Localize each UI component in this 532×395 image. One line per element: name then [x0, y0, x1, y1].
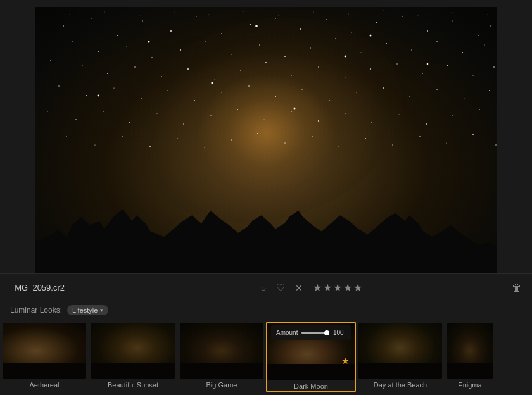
svg-point-98	[365, 138, 366, 139]
svg-point-80	[318, 120, 319, 122]
svg-point-122	[427, 63, 429, 65]
thumb-bg-enigma	[447, 323, 493, 379]
thumbnail-dark-moon[interactable]: Amount 100 ★ Dark Moon	[266, 322, 356, 392]
svg-point-54	[86, 95, 87, 96]
svg-point-84	[426, 123, 427, 125]
thumb-image-enigma	[447, 323, 493, 379]
stars-rating[interactable]: ★ ★ ★ ★ ★	[313, 282, 362, 294]
svg-point-38	[134, 66, 135, 67]
thumb-label-enigma: Enigma	[458, 381, 481, 389]
svg-point-4	[170, 30, 172, 32]
svg-point-33	[462, 52, 463, 53]
filename: _MG_2059.cr2	[10, 283, 111, 292]
star-5[interactable]: ★	[353, 282, 362, 294]
svg-point-100	[419, 136, 421, 137]
svg-point-69	[489, 90, 490, 91]
svg-point-22	[180, 49, 181, 51]
thumb-image-day-at-beach	[358, 323, 442, 379]
svg-point-81	[345, 113, 345, 113]
lifestyle-dropdown[interactable]: Lifestyle ▾	[67, 305, 108, 315]
thumbnail-big-game[interactable]: Big Game	[177, 322, 266, 392]
svg-point-7	[250, 24, 251, 25]
luminar-bar: Luminar Looks: Lifestyle ▾	[0, 301, 532, 319]
svg-point-41	[214, 79, 215, 80]
svg-point-86	[479, 109, 480, 110]
thumb-image-big-game	[180, 323, 263, 379]
svg-point-42	[240, 70, 241, 71]
svg-point-109	[244, 11, 244, 12]
svg-point-15	[452, 20, 453, 21]
svg-point-53	[58, 85, 59, 86]
thumbnails-strip: Aethereal Beautiful Sunset Big Game Amou…	[0, 319, 532, 395]
svg-point-79	[291, 111, 292, 112]
svg-point-105	[104, 12, 105, 13]
svg-point-37	[107, 73, 108, 74]
svg-point-12	[376, 22, 377, 23]
svg-point-66	[409, 96, 410, 97]
svg-point-58	[194, 100, 195, 101]
svg-point-39	[161, 76, 162, 77]
trash-button[interactable]: 🗑	[512, 282, 522, 294]
star-3[interactable]: ★	[333, 282, 342, 294]
thumbnail-day-at-beach[interactable]: Day at the Beach	[356, 322, 445, 392]
thumbnail-aethereal[interactable]: Aethereal	[0, 322, 89, 392]
lifestyle-label: Lifestyle	[72, 306, 98, 314]
svg-point-123	[98, 95, 99, 97]
svg-point-72	[103, 111, 103, 111]
reject-button[interactable]: ✕	[295, 283, 303, 293]
svg-point-20	[126, 46, 127, 46]
heart-button[interactable]: ♡	[276, 282, 285, 294]
thumb-image-beautiful-sunset	[91, 323, 175, 379]
svg-point-97	[338, 146, 339, 146]
svg-point-62	[301, 89, 302, 89]
svg-point-6	[221, 33, 222, 34]
thumbnail-enigma[interactable]: Enigma	[445, 322, 495, 392]
svg-point-95	[284, 142, 285, 143]
status-bar: _MG_2059.cr2 ○ ♡ ✕ ★ ★ ★ ★ ★ 🗑	[0, 273, 532, 301]
svg-point-61	[275, 96, 276, 97]
favorite-star-icon[interactable]: ★	[341, 356, 350, 366]
svg-point-91	[177, 138, 177, 139]
svg-point-59	[221, 92, 222, 92]
svg-point-85	[452, 115, 453, 116]
svg-point-25	[259, 44, 260, 46]
amount-overlay: Amount 100	[271, 325, 351, 340]
thumb-label-beautiful-sunset: Beautiful Sunset	[108, 381, 158, 389]
svg-point-29	[360, 52, 361, 53]
svg-point-50	[447, 65, 448, 66]
amount-slider[interactable]	[301, 332, 329, 334]
svg-point-35	[50, 60, 51, 61]
svg-point-89	[122, 136, 123, 137]
star-2[interactable]: ★	[323, 282, 332, 294]
svg-point-44	[291, 75, 291, 75]
svg-point-119	[345, 56, 346, 58]
flag-button[interactable]: ○	[261, 283, 266, 293]
svg-point-90	[149, 146, 151, 147]
svg-point-110	[279, 15, 279, 16]
svg-point-30	[386, 43, 387, 44]
svg-point-31	[411, 49, 412, 50]
thumb-bg-big-game	[180, 323, 263, 379]
svg-point-82	[371, 122, 372, 123]
svg-point-93	[231, 139, 232, 141]
svg-point-55	[113, 87, 114, 88]
thumbnail-beautiful-sunset[interactable]: Beautiful Sunset	[89, 322, 177, 392]
svg-point-108	[209, 15, 210, 15]
svg-point-92	[204, 147, 205, 147]
svg-point-70	[47, 111, 48, 111]
svg-point-13	[402, 16, 402, 16]
svg-point-115	[453, 13, 453, 13]
thumb-image-dark-moon: Amount 100 ★	[267, 323, 355, 380]
amount-label: Amount	[276, 329, 298, 336]
svg-point-76	[210, 115, 211, 116]
star-1[interactable]: ★	[313, 282, 322, 294]
svg-point-32	[436, 41, 438, 42]
svg-point-26	[284, 56, 286, 57]
thumb-label-dark-moon: Dark Moon	[294, 382, 328, 390]
thumb-bg-beautiful-sunset	[91, 323, 175, 379]
star-4[interactable]: ★	[343, 282, 352, 294]
thumb-label-aethereal: Aethereal	[29, 381, 59, 389]
svg-point-68	[464, 98, 464, 99]
svg-point-14	[427, 30, 428, 32]
svg-point-71	[75, 119, 77, 120]
